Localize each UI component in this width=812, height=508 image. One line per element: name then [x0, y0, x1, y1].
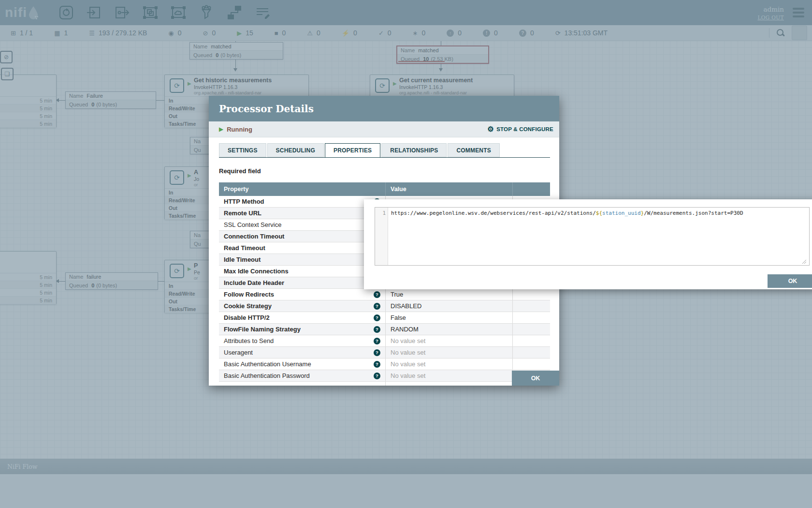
nifi-application: NamematchedQueued0(0 bytes)NamematchedQu… — [0, 0, 812, 508]
property-extra-cell — [512, 300, 550, 312]
property-name: FlowFile Naming Strategy — [224, 326, 301, 333]
property-value-cell[interactable]: No value set — [385, 347, 512, 358]
property-row[interactable]: Follow Redirects?True — [219, 289, 550, 300]
dialog-header: Processor Details — [209, 96, 559, 121]
running-status-icon: ▶ — [219, 126, 223, 133]
property-value: No value set — [391, 372, 425, 379]
property-row[interactable]: Basic Authentication Username?No value s… — [219, 359, 550, 370]
help-icon[interactable]: ? — [374, 373, 380, 379]
property-name-cell: Include Date Header? — [219, 277, 385, 288]
property-name: Basic Authentication Password — [224, 372, 310, 379]
property-name-cell: Remote URL? — [219, 208, 385, 219]
property-name: Useragent — [224, 349, 253, 356]
help-icon[interactable]: ? — [374, 349, 380, 356]
property-value: DISABLED — [391, 302, 421, 310]
property-name-cell: SSL Context Service? — [219, 219, 385, 230]
value-content: https://www.pegelonline.wsv.de/webservic… — [388, 208, 743, 265]
editor-ok-button[interactable]: OK — [768, 274, 812, 288]
property-name-cell: Useragent? — [219, 347, 385, 358]
dialog-ok-button[interactable]: OK — [512, 371, 559, 386]
running-status-label: Running — [227, 126, 252, 133]
property-value-cell[interactable] — [385, 382, 512, 386]
property-row[interactable]: Attributes to Send?No value set — [219, 335, 550, 347]
property-extra-cell — [512, 312, 550, 323]
column-header-property: Property — [219, 182, 385, 196]
property-value: No value set — [391, 360, 425, 368]
property-row[interactable]: Disable HTTP/2?False — [219, 312, 550, 324]
property-row[interactable] — [219, 382, 550, 386]
property-name-cell: Idle Timeout? — [219, 254, 385, 265]
line-number: 1 — [375, 208, 388, 265]
help-icon[interactable]: ? — [374, 291, 380, 298]
value-textarea[interactable]: 1 https://www.pegelonline.wsv.de/webserv… — [375, 207, 810, 266]
property-value-cell[interactable]: True — [385, 289, 512, 300]
property-name: Remote URL — [224, 209, 261, 217]
property-name: Cookie Strategy — [224, 302, 272, 310]
required-field-note: Required field — [219, 167, 261, 175]
property-name-cell: Disable HTTP/2? — [219, 312, 385, 323]
property-name: Basic Authentication Username — [224, 360, 311, 368]
tab-relationships[interactable]: RELATIONSHIPS — [381, 143, 447, 157]
property-name: Attributes to Send — [224, 337, 274, 344]
property-extra-cell — [512, 289, 550, 300]
tab-settings[interactable]: SETTINGS — [219, 143, 266, 157]
property-row[interactable]: Cookie Strategy?DISABLED — [219, 300, 550, 312]
property-name: Max Idle Connections — [224, 268, 289, 275]
url-segment: ${ — [596, 210, 602, 216]
property-name-cell: FlowFile Naming Strategy? — [219, 324, 385, 335]
property-name: Idle Timeout — [224, 256, 261, 263]
property-value: False — [391, 314, 406, 321]
url-segment: https://www.pegelonline.wsv.de/webservic… — [391, 210, 596, 216]
url-segment: /W/measurements.json?start=P30D — [644, 210, 743, 216]
property-name: Disable HTTP/2 — [224, 314, 270, 321]
table-header: Property Value — [219, 182, 550, 196]
column-header-extra — [512, 182, 550, 196]
property-value-cell[interactable]: False — [385, 312, 512, 323]
property-name-cell: Basic Authentication Username? — [219, 359, 385, 370]
property-name-cell: Basic Authentication Password? — [219, 370, 385, 381]
dialog-title: Processor Details — [219, 103, 314, 115]
help-icon[interactable]: ? — [374, 338, 380, 344]
property-name: Connection Timeout — [224, 233, 284, 240]
property-row[interactable]: Basic Authentication Password?No value s… — [219, 370, 550, 382]
property-extra-cell — [512, 347, 550, 358]
property-name: SSL Context Service — [224, 221, 281, 228]
property-value: RANDOM — [391, 326, 419, 333]
property-extra-cell — [512, 359, 550, 370]
url-segment: station_uuid — [602, 210, 640, 216]
gear-icon: ⚙ — [488, 125, 494, 134]
property-value-editor: 1 https://www.pegelonline.wsv.de/webserv… — [364, 199, 812, 289]
property-name-cell: Follow Redirects? — [219, 289, 385, 300]
property-name: Read Timeout — [224, 244, 265, 252]
property-name: Include Date Header — [224, 279, 284, 286]
property-value-cell[interactable]: No value set — [385, 335, 512, 346]
column-header-value: Value — [385, 182, 512, 196]
stop-and-configure-label: STOP & CONFIGURE — [496, 126, 553, 132]
property-row[interactable]: Useragent?No value set — [219, 347, 550, 359]
property-value-cell[interactable]: RANDOM — [385, 324, 512, 335]
property-value-cell[interactable]: No value set — [385, 370, 512, 381]
help-icon[interactable]: ? — [374, 326, 380, 333]
dialog-status-row: ▶ Running ⚙ STOP & CONFIGURE — [209, 121, 559, 137]
dialog-tabs: SETTINGSSCHEDULINGPROPERTIESRELATIONSHIP… — [219, 143, 550, 158]
stop-and-configure-button[interactable]: ⚙ STOP & CONFIGURE — [488, 125, 553, 134]
property-name-cell: Max Idle Connections? — [219, 266, 385, 277]
property-name-cell: Cookie Strategy? — [219, 300, 385, 312]
property-name-cell: Attributes to Send? — [219, 335, 385, 346]
property-value-cell[interactable]: DISABLED — [385, 300, 512, 312]
property-row[interactable]: FlowFile Naming Strategy?RANDOM — [219, 324, 550, 335]
property-extra-cell — [512, 335, 550, 346]
tab-properties[interactable]: PROPERTIES — [325, 143, 380, 158]
property-name-cell — [219, 382, 385, 386]
property-name-cell: HTTP Method? — [219, 196, 385, 207]
help-icon[interactable]: ? — [374, 303, 380, 310]
property-name-cell: Read Timeout? — [219, 242, 385, 254]
property-value-cell[interactable]: No value set — [385, 359, 512, 370]
tab-comments[interactable]: COMMENTS — [448, 143, 500, 157]
tab-scheduling[interactable]: SCHEDULING — [267, 143, 324, 157]
property-name: Follow Redirects — [224, 291, 274, 298]
property-value: True — [391, 291, 403, 298]
help-icon[interactable]: ? — [374, 361, 380, 368]
help-icon[interactable]: ? — [374, 314, 380, 321]
property-extra-cell — [512, 324, 550, 335]
